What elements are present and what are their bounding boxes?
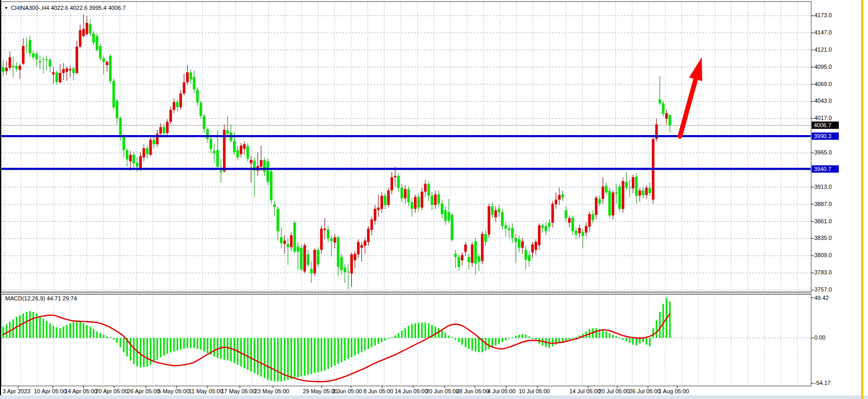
candle-body (451, 215, 454, 240)
candle-body (367, 228, 370, 241)
time-axis-label: 26 Apr 05:00 (127, 388, 160, 394)
candle-body (444, 210, 447, 221)
price-axis-label: 4121.0 (814, 46, 832, 53)
candle-body (29, 40, 31, 53)
candle-body (340, 257, 343, 270)
candle-body (48, 60, 51, 67)
candle-body (501, 212, 504, 226)
candle-body (605, 186, 607, 192)
candle-body (394, 176, 396, 177)
candle-body (615, 192, 618, 194)
candle-body (528, 255, 531, 261)
candle-body (200, 103, 202, 116)
candle-body (505, 225, 507, 228)
candle-body (364, 240, 366, 246)
candle-body (350, 255, 353, 274)
candle-body (370, 220, 373, 230)
chevron-down-icon[interactable]: ▼ (4, 5, 8, 11)
candle-body (555, 200, 557, 204)
candle-body (216, 150, 219, 167)
candle-body (55, 72, 58, 82)
time-axis-label: 14 Jun 05:00 (395, 388, 428, 394)
candle-body (179, 93, 182, 107)
price-axis-label: 4173.0 (814, 12, 832, 18)
candle-body (464, 245, 467, 252)
candle-body (575, 231, 578, 235)
candle-body (196, 90, 199, 103)
candle-body (608, 191, 611, 215)
candle-body (76, 46, 78, 73)
candle-body (595, 198, 597, 215)
candle-body (531, 245, 534, 252)
candle-body (552, 203, 554, 223)
candle-body (317, 250, 320, 264)
candle-body (290, 235, 292, 247)
candle-body (19, 66, 21, 70)
candle-body (247, 146, 249, 159)
price-axis-label: 3757.0 (814, 286, 832, 293)
candle-body (474, 241, 477, 263)
candle-body (226, 130, 229, 134)
candle-body (515, 238, 517, 242)
candle-body (491, 206, 494, 214)
candle-body (353, 253, 356, 260)
candle-body (632, 177, 634, 188)
candle-body (568, 218, 571, 223)
candle-body (2, 67, 5, 72)
candle-body (374, 209, 376, 221)
candle-body (337, 237, 339, 267)
candle-body (360, 245, 363, 248)
candle-body (123, 136, 125, 150)
candle-body (210, 139, 212, 149)
candle-body (283, 240, 286, 244)
candle-body (521, 241, 524, 248)
candle-body (478, 257, 480, 262)
candle-body (454, 253, 457, 257)
candle-body (203, 116, 205, 129)
candle-body (294, 223, 296, 252)
candle-body (132, 155, 135, 163)
candle-body (99, 46, 102, 58)
candle-body (160, 127, 162, 134)
candle-body (236, 150, 239, 158)
candle-body (538, 225, 541, 245)
chart-canvas[interactable] (0, 0, 868, 399)
price-axis-label: 4043.0 (814, 98, 832, 104)
candle-body (310, 269, 313, 274)
candle-body (95, 36, 98, 50)
candle-body (173, 102, 175, 110)
candle-body (149, 140, 152, 155)
candle-body (417, 197, 420, 208)
window-left-border (0, 0, 1, 399)
candle-body (300, 248, 303, 270)
time-axis-label: 20 Apr 05:00 (95, 388, 128, 394)
candle-body (581, 232, 584, 236)
time-axis-label: 23 May 05:00 (254, 388, 289, 394)
candle-body (25, 45, 28, 46)
candle-body (146, 148, 149, 154)
candle-body (8, 57, 11, 68)
candle-body (277, 209, 279, 231)
candle-body (12, 66, 15, 67)
candle-body (119, 118, 121, 136)
time-axis-label: 26 Jul 05:00 (629, 388, 661, 394)
candle-body (59, 73, 62, 82)
macd-axis-label: 49.42 (814, 295, 829, 301)
candle-body (565, 210, 567, 218)
candle-body (397, 176, 400, 188)
candle-body (592, 214, 594, 220)
candle-body (35, 54, 38, 59)
candle-body (558, 195, 560, 200)
trading-platform-chart-window: ▼CHINA300-,H4 4022.6 4022.6 3995.4 4006.… (0, 0, 868, 399)
candle-body (571, 217, 574, 232)
candle-body (66, 68, 68, 71)
candle-body (233, 141, 236, 152)
chart-title: ▼CHINA300-,H4 4022.6 4022.6 3995.4 4006.… (4, 5, 126, 11)
candle-body (639, 190, 641, 196)
candle-body (414, 197, 417, 209)
candle-body (136, 163, 139, 167)
candle-body (561, 195, 564, 198)
candle-body (15, 66, 18, 69)
candle-body (635, 177, 638, 196)
candle-body (387, 190, 390, 205)
